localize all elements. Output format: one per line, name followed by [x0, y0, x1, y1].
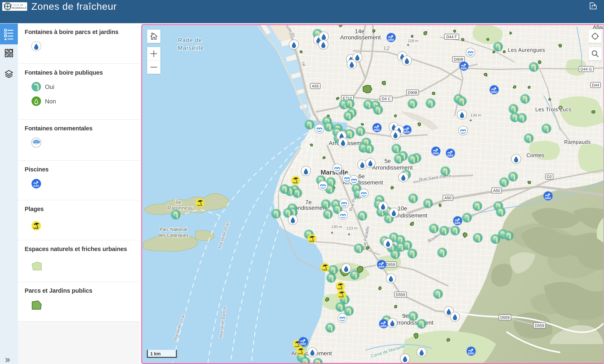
svg-text:Les Trois Lucs: Les Trois Lucs — [535, 107, 571, 112]
svg-text:des Calanques: des Calanques — [158, 233, 189, 238]
svg-text:6e: 6e — [358, 173, 365, 179]
svg-text:Les Aurengues: Les Aurengues — [508, 47, 545, 53]
svg-text:D908: D908 — [408, 90, 417, 95]
svg-text:Marseille-Oran: Marseille-Oran — [173, 313, 186, 342]
svg-text:D908: D908 — [454, 57, 463, 62]
svg-text:10e: 10e — [398, 205, 407, 212]
svg-text:D44 G: D44 G — [580, 67, 592, 71]
svg-text:130 m: 130 m — [331, 225, 342, 229]
svg-text:Île: Île — [175, 199, 181, 205]
svg-text:D4 C: D4 C — [382, 97, 390, 101]
svg-text:D2: D2 — [547, 175, 552, 179]
svg-text:D44: D44 — [592, 83, 599, 87]
svg-text:14e: 14e — [355, 28, 365, 34]
svg-text:Marseille: Marseille — [178, 45, 204, 51]
svg-text:A50: A50 — [444, 196, 452, 200]
svg-text:Comtes: Comtes — [527, 152, 544, 158]
svg-text:Marseille-Bastia: Marseille-Bastia — [218, 307, 227, 338]
svg-text:Ratonneau: Ratonneau — [167, 205, 194, 211]
svg-text:D559: D559 — [396, 292, 405, 297]
svg-text:134 m: 134 m — [470, 113, 481, 117]
svg-text:D559: D559 — [386, 263, 395, 267]
svg-text:Rampauds: Rampauds — [564, 139, 591, 145]
svg-text:Rade de: Rade de — [178, 37, 202, 43]
svg-text:VILLE DE: VILLE DE — [13, 4, 24, 6]
svg-text:Arrondissement: Arrondissement — [340, 34, 381, 41]
svg-text:118 m: 118 m — [408, 38, 418, 43]
svg-text:D559: D559 — [500, 315, 509, 320]
svg-text:9e: 9e — [402, 313, 409, 319]
svg-text:A50: A50 — [493, 188, 500, 193]
svg-text:MARSEILLE: MARSEILLE — [12, 6, 27, 9]
svg-text:Marseille-Oran: Marseille-Oran — [217, 221, 230, 249]
svg-text:1 km: 1 km — [150, 351, 161, 356]
svg-text:5e: 5e — [384, 158, 391, 164]
svg-text:D44 F: D44 F — [446, 35, 457, 39]
svg-text:A55: A55 — [312, 84, 319, 88]
svg-text:Parc National: Parc National — [160, 227, 187, 232]
svg-text:L2: L2 — [384, 45, 390, 51]
svg-text:D559: D559 — [535, 323, 544, 328]
svg-text:123 m: 123 m — [347, 226, 358, 230]
